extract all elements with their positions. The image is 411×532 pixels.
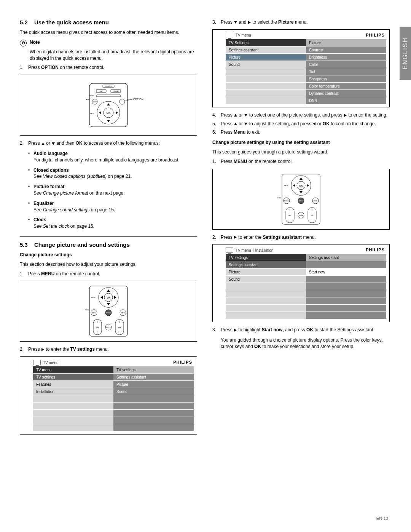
- svg-text:FORMAT: FORMAT: [113, 90, 119, 92]
- menu-header: TV menu: [33, 366, 113, 373]
- menu-header: Picture: [306, 39, 386, 46]
- svg-text:+: +: [118, 320, 121, 324]
- step: Press and to select the Picture menu.: [212, 19, 390, 26]
- remote-diagram: OK BACK MENU EXIT/ MENU EXIT/ INFO +− VO…: [212, 169, 390, 230]
- menu-item: Features: [33, 380, 113, 388]
- svg-marker-20: [107, 120, 110, 122]
- svg-marker-56: [299, 191, 303, 193]
- menu-item: Dynamic contrast: [306, 89, 386, 97]
- svg-text:EXIT/: EXIT/: [107, 307, 110, 308]
- svg-text:EXIT/: EXIT/: [85, 309, 89, 311]
- step: Press or to select one of the picture se…: [212, 112, 390, 118]
- right-icon: [344, 114, 347, 117]
- tv-icon: [33, 360, 41, 365]
- svg-marker-57: [293, 184, 295, 187]
- svg-text:OPTION: OPTION: [133, 98, 143, 101]
- svg-text:MENU: MENU: [299, 200, 303, 202]
- brand-label: PHILIPS: [366, 33, 385, 37]
- menu-header: TV Settings: [226, 39, 306, 46]
- svg-text:−: −: [118, 330, 121, 334]
- svg-marker-55: [299, 177, 303, 180]
- menu-item-selected: Picture: [226, 53, 306, 61]
- svg-text:MUTE: MUTE: [106, 326, 111, 328]
- menu-option: Audio languageFor digital channels only,…: [28, 150, 197, 163]
- menu-item: Contrast: [306, 46, 386, 53]
- menu-option: Closed captionsSee View closed captions …: [28, 167, 197, 180]
- brand-label: PHILIPS: [366, 248, 385, 252]
- svg-text:CH: CH: [311, 215, 313, 217]
- svg-text:INFO: INFO: [121, 312, 125, 314]
- menu-item: Color: [306, 61, 386, 68]
- menu-item: Sound: [226, 61, 306, 68]
- page-number: EN-13: [376, 516, 388, 521]
- svg-text:FAV: FAV: [100, 90, 103, 92]
- tv-menu-figure-3: PHILIPS TV menuInstallation TV settings …: [212, 244, 390, 322]
- step: Press OPTION on the remote control.: [20, 64, 197, 71]
- note-label: Note: [30, 40, 40, 45]
- menu-item: Sound: [226, 275, 306, 283]
- svg-text:+: +: [96, 320, 99, 324]
- svg-text:MODE: MODE: [93, 101, 97, 103]
- svg-text:SOURCE: SOURCE: [105, 85, 112, 87]
- breadcrumb: TV menu: [236, 33, 251, 37]
- intro-text: This section guides you through a pictur…: [212, 149, 390, 155]
- tv-icon: [226, 33, 233, 38]
- menu-option: EqualizerSee Change sound settings on pa…: [28, 200, 197, 213]
- svg-marker-31: [114, 296, 116, 299]
- menu-item: Settings assistant: [113, 373, 194, 380]
- svg-point-12: [119, 99, 125, 104]
- right-icon: [234, 329, 237, 332]
- section-title: Use the quick access menu: [34, 19, 109, 26]
- menu-item: Color temperature: [306, 82, 386, 89]
- svg-text:−: −: [96, 330, 99, 334]
- svg-text:OK: OK: [107, 112, 111, 114]
- language-tab: ENGLISH: [400, 27, 411, 80]
- svg-text:AUTO: AUTO: [86, 99, 90, 101]
- divider: [20, 236, 197, 237]
- svg-marker-30: [100, 296, 103, 299]
- menu-item-selected: Settings assistant: [226, 261, 306, 268]
- menu-item: Picture: [113, 380, 194, 388]
- note-body: When digital channels are installed and …: [30, 49, 197, 62]
- up-icon: [234, 123, 237, 125]
- svg-text:MENU: MENU: [106, 312, 111, 314]
- breadcrumb: TV menu: [236, 248, 251, 252]
- down-icon: [52, 142, 55, 145]
- svg-text:OK: OK: [299, 185, 303, 187]
- section-number: 5.3: [20, 241, 34, 248]
- svg-text:+: +: [311, 208, 313, 212]
- section-5-2-heading: 5.2Use the quick access menu: [20, 19, 197, 26]
- subheading: Change picture settings by using the set…: [212, 139, 390, 146]
- tv-menu-figure-2: PHILIPS TV menu TV Settings Settings ass…: [212, 29, 390, 107]
- svg-text:MENU: MENU: [284, 200, 289, 202]
- up-icon: [234, 114, 237, 117]
- right-icon: [234, 236, 237, 239]
- right-icon: [248, 21, 251, 24]
- svg-text:EXIT/: EXIT/: [299, 195, 303, 197]
- outcome-text: You are guided through a choice of pictu…: [221, 337, 390, 350]
- svg-text:OK: OK: [107, 297, 111, 299]
- breadcrumb: Installation: [255, 248, 274, 252]
- svg-marker-28: [107, 289, 110, 292]
- page-content: 5.2Use the quick access menu The quick a…: [20, 19, 390, 505]
- svg-rect-7: [96, 95, 121, 97]
- svg-text:CH: CH: [118, 327, 121, 329]
- svg-text:MUTE: MUTE: [299, 214, 303, 216]
- menu-item: Brightness: [306, 53, 386, 61]
- svg-text:DEMO: DEMO: [89, 95, 94, 97]
- menu-header: TV settings: [113, 366, 194, 373]
- step: Press to enter the Settings assistant me…: [212, 234, 390, 241]
- brand-label: PHILIPS: [173, 360, 192, 364]
- svg-text:BACK: BACK: [90, 112, 94, 114]
- section-intro: The quick access menu gives direct acces…: [20, 29, 197, 36]
- note-icon: ⊖: [20, 40, 27, 46]
- step: Press or to adjust the setting, and pres…: [212, 121, 390, 127]
- svg-marker-21: [99, 111, 101, 114]
- step: Press MENU on the remote control.: [212, 158, 390, 165]
- step: Press to enter the TV settings menu.: [20, 346, 197, 353]
- menu-option: Picture formatSee Change picture format …: [28, 184, 197, 197]
- menu-item: Start now: [306, 268, 386, 275]
- svg-text:EXIT/: EXIT/: [277, 197, 282, 199]
- up-icon: [41, 142, 45, 145]
- svg-text:BACK: BACK: [284, 185, 288, 187]
